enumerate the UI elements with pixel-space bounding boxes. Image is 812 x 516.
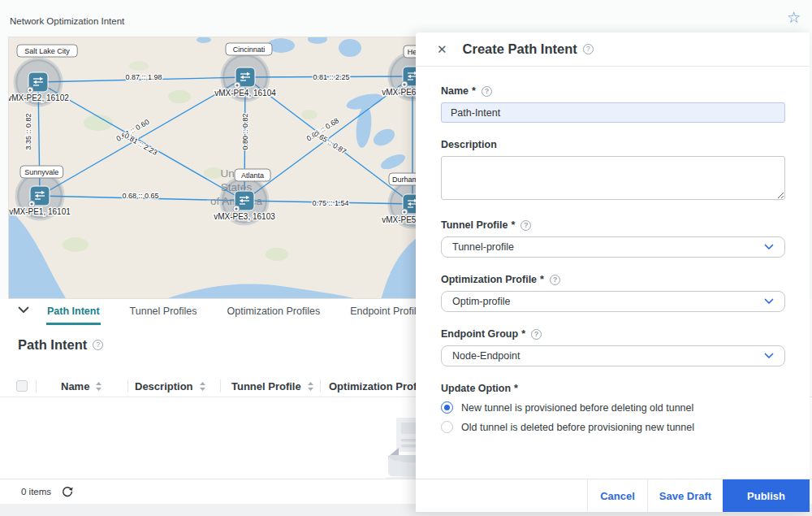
chevron-down-icon [764,353,774,359]
node-name-label: vMX-PE1, 16101 [9,207,71,216]
panel-footer: Cancel Save Draft Publish [416,479,810,512]
required-marker: * [472,85,476,97]
tab-tunnel-profiles[interactable]: Tunnel Profiles [129,299,198,323]
sort-icon [96,382,102,391]
sort-icon [308,382,313,391]
column-header-name[interactable]: Name [37,375,128,397]
description-field-label: Description [441,139,785,150]
help-icon[interactable] [482,86,492,97]
tab-path-intent[interactable]: Path Intent [46,299,101,325]
chevron-down-icon [764,244,774,250]
tunnel-profile-select[interactable]: Tunnel-profile [441,236,785,258]
tunnel-profile-field-label: Tunnel Profile * [441,219,785,231]
cancel-button[interactable]: Cancel [587,479,647,512]
section-title: Path Intent [18,337,87,353]
top-bar: Network Optimization Intent ☆ [0,0,812,36]
page-title: Network Optimization Intent [10,16,124,26]
svg-text:Sunnyvale: Sunnyvale [24,168,58,176]
city-label-pill: Cincinnati [226,43,272,55]
help-icon[interactable] [583,44,594,54]
node-name-label: vMX-PE4, 16104 [214,89,276,98]
column-header-description[interactable]: Description [128,375,221,397]
help-icon[interactable] [550,275,560,285]
update-option-radio-old-first[interactable]: Old tunnel is deleted before provisionin… [441,421,785,433]
sort-icon [200,382,205,391]
help-icon[interactable] [93,340,103,350]
close-icon[interactable]: ✕ [437,43,447,55]
map-link-label: 0.68 :: 0.65 [122,192,158,200]
svg-text:Salt Lake City: Salt Lake City [24,47,70,55]
update-option-radio-new-first[interactable]: New tunnel is provisioned before deletin… [441,401,785,414]
map-link-label: 0.87 :: 1.98 [125,73,162,81]
map-link-label: 0.80 :: 0.82 [241,113,249,150]
svg-text:Atlanta: Atlanta [241,171,264,180]
panel-form: Name * Description Tunnel Profile * [416,67,810,433]
map-link-label: 0.81 :: 2.25 [313,73,349,81]
radio-unselected-icon[interactable] [441,421,453,433]
optimization-profile-field-label: Optimization Profile * [441,274,785,285]
city-label-pill: Atlanta [235,169,270,181]
required-marker: * [514,383,518,394]
column-header-tunnel-profile[interactable]: Tunnel Profile [221,375,321,397]
favorite-star-icon[interactable]: ☆ [787,10,801,25]
chevron-down-icon [764,298,774,305]
refresh-icon[interactable] [62,486,73,497]
name-input[interactable] [441,102,785,123]
panel-header: ✕ Create Path Intent [416,33,810,67]
publish-button[interactable]: Publish [723,479,810,512]
map-link-label: 0.75 :: 1.54 [312,199,348,207]
panel-title: Create Path Intent [463,41,577,57]
create-path-intent-panel: ✕ Create Path Intent Name * Description [416,33,810,512]
required-marker: * [540,274,544,285]
map-link-label: 3.35 :: 0.82 [24,113,32,150]
endpoint-group-select[interactable]: Node-Endpoint [441,345,785,366]
city-label-pill: Sunnyvale [20,166,63,178]
tab-optimization-profiles[interactable]: Optimization Profiles [227,299,322,323]
collapse-chevron-icon[interactable] [18,306,29,314]
description-textarea[interactable] [441,156,785,200]
optimization-profile-select[interactable]: Optim-profile [441,291,785,312]
node-name-label: vMX-PE3, 16103 [214,212,275,221]
items-count: 0 items [21,487,51,496]
update-option-field-label: Update Option * [441,383,785,394]
name-field-label: Name * [441,85,785,97]
city-label-pill: Salt Lake City [17,45,77,57]
help-icon[interactable] [531,329,542,340]
endpoint-group-field-label: Endpoint Group * [441,328,785,340]
svg-text:Durham: Durham [392,176,418,184]
radio-selected-icon[interactable] [441,401,453,414]
select-all-checkbox[interactable] [16,380,28,392]
required-marker: * [511,219,515,231]
node-name-label: vMX-PE2, 16102 [9,93,69,102]
save-draft-button[interactable]: Save Draft [647,479,723,512]
help-icon[interactable] [520,220,531,231]
svg-text:Cincinnati: Cincinnati [233,46,266,54]
required-marker: * [521,328,525,340]
